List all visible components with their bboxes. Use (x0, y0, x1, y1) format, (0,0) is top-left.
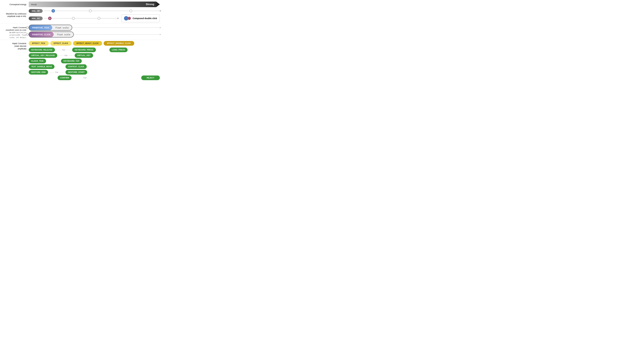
hal-h0-line: S (44, 11, 160, 11)
hal-h0-track: S (44, 9, 160, 13)
pair-label-6: Pair (83, 77, 86, 79)
keyboard-release-chip[interactable]: KEYBOARD_RELEASE (29, 48, 55, 52)
energy-bar-container: Weak Strong (29, 2, 160, 7)
keyboard-press-chip[interactable]: KEYBOARD_PRESS (72, 48, 96, 52)
primitive-tick-arrow-icon (160, 27, 161, 29)
hal-h0-circle-1 (89, 10, 92, 12)
waveform-track-hal-h1: HAL_H1 S Composed double click (29, 14, 160, 22)
virtual-key-chip[interactable]: VIRTUAL_KEY (75, 53, 93, 58)
pair-label-5: Pair (49, 71, 64, 73)
hal-h1-label: HAL_H1 (29, 17, 43, 20)
waveform-track-hal-h0: HAL_H0 S (29, 9, 160, 13)
discrete-rows-container: KEYBOARD_RELEASE Pair KEYBOARD_PRESS LON… (29, 48, 160, 80)
discrete-row-1: KEYBOARD_RELEASE Pair KEYBOARD_PRESS LON… (29, 48, 160, 52)
effect-double-click-button[interactable]: EFFECT_DOUBLE_CLICK (104, 41, 134, 46)
energy-arrow-icon (156, 2, 160, 7)
keyboard-tap-chip[interactable]: KEYBOARD_TAP (61, 59, 82, 63)
primitive-click-arrow-icon (160, 34, 161, 35)
clock-tick-chip[interactable]: CLOCK_TICK (29, 59, 46, 63)
reject-chip[interactable]: REJECT (141, 76, 160, 80)
energy-label: Conceptual energy (2, 3, 26, 6)
primitive-click-pill[interactable]: PRIMITIVE_CLICK float scale (29, 32, 74, 38)
virtual-key-release-chip[interactable]: VIRTUAL_KEY_RELEASE (29, 53, 57, 58)
discrete-row-6: CONFIRM Pair REJECT (29, 76, 160, 80)
haptic-continuous-label: Haptic Constants(amplitude varies by sca… (2, 25, 26, 39)
primitive-tick-label: PRIMITIVE_TICK (29, 25, 52, 30)
hal-h0-arrow-icon (160, 10, 162, 12)
hal-h0-circle-2 (130, 10, 132, 12)
hal-h1-arrow-icon (118, 18, 119, 19)
haptic-discrete-label: Haptic Constants(static discreteamplitud… (2, 41, 26, 50)
energy-weak-label: Weak (31, 3, 37, 6)
composed-double-click-badge: Composed double click (121, 14, 160, 22)
effect-heavy-click-button[interactable]: EFFECT_HEAVY_CLICK (73, 41, 102, 46)
primitive-click-row: PRIMITIVE_CLICK float scale (29, 32, 160, 38)
primitive-click-line (73, 34, 160, 35)
primitive-click-label: PRIMITIVE_CLICK (29, 32, 54, 37)
pair-label-1: Pair (56, 49, 71, 51)
hal-h0-start-dot: S (52, 9, 55, 13)
haptic-continuous-section: Haptic Constants(amplitude varies by sca… (0, 23, 162, 39)
primitive-tick-selector[interactable] (26, 27, 28, 29)
discrete-content: EFFECT_TICK EFFECT_CLICK EFFECT_HEAVY_CL… (29, 41, 160, 80)
hal-h1-circle-1 (72, 17, 75, 20)
hal-h1-line: S (44, 18, 118, 19)
context-click-chip[interactable]: CONTEXT_CLICK (66, 64, 87, 69)
primitive-click-param: float scale (54, 32, 73, 37)
waveform-label-text: Waveform by continuous amplitude scale i… (6, 13, 26, 18)
effect-tick-button[interactable]: EFFECT_TICK (29, 41, 49, 46)
discrete-row-2: VIRTUAL_KEY_RELEASE Pair VIRTUAL_KEY (29, 53, 160, 58)
hal-h1-circle-2 (98, 17, 100, 20)
primitive-tick-pill[interactable]: PRIMITIVE_TICK float scale (29, 25, 72, 31)
text-handle-move-chip[interactable]: TEXT_HANDLE_MOVE (29, 64, 54, 69)
energy-row: Conceptual energy Weak Strong (0, 2, 162, 7)
discrete-row-5: GESTURE_END Pair GESTURE_START (29, 70, 160, 75)
effects-row: EFFECT_TICK EFFECT_CLICK EFFECT_HEAVY_CL… (29, 41, 160, 46)
gesture-start-chip[interactable]: GESTURE_START (66, 70, 87, 75)
energy-gradient-bar: Weak Strong (29, 2, 156, 7)
haptic-tracks-container: PRIMITIVE_TICK float scale PRIMITIVE_CLI… (29, 25, 160, 38)
primitive-tick-row: PRIMITIVE_TICK float scale (29, 25, 160, 31)
waveform-label: Waveform by continuous amplitude scale i… (2, 9, 26, 18)
discrete-row-3: CLOCK_TICK KEYBOARD_TAP (29, 59, 160, 63)
gesture-end-chip[interactable]: GESTURE_END (29, 70, 48, 75)
waveform-tracks: HAL_H0 S HAL_H1 S (29, 9, 160, 22)
page-container: Conceptual energy Weak Strong Waveform b… (0, 0, 162, 83)
confirm-chip[interactable]: CONFIRM (58, 76, 72, 80)
primitive-tick-line (72, 28, 160, 28)
primitive-tick-param: float scale (52, 25, 72, 30)
hal-h1-start-dot: S (48, 17, 52, 20)
hal-h1-track: S (44, 16, 118, 21)
composed-title: Composed double click (133, 17, 157, 20)
haptic-discrete-section: Haptic Constants(static discreteamplitud… (0, 40, 162, 82)
pair-label-2: Pair (58, 55, 74, 56)
effect-click-button[interactable]: EFFECT_CLICK (50, 41, 72, 46)
composed-dot-pink-icon (128, 17, 131, 20)
hal-h0-label: HAL_H0 (29, 9, 43, 13)
long-press-chip[interactable]: LONG_PRESS (110, 48, 128, 52)
energy-strong-label: Strong (146, 3, 154, 6)
waveform-section: Waveform by continuous amplitude scale i… (0, 9, 162, 22)
discrete-row-4: TEXT_HANDLE_MOVE CONTEXT_CLICK (29, 64, 160, 69)
primitive-click-selector[interactable] (26, 33, 28, 36)
